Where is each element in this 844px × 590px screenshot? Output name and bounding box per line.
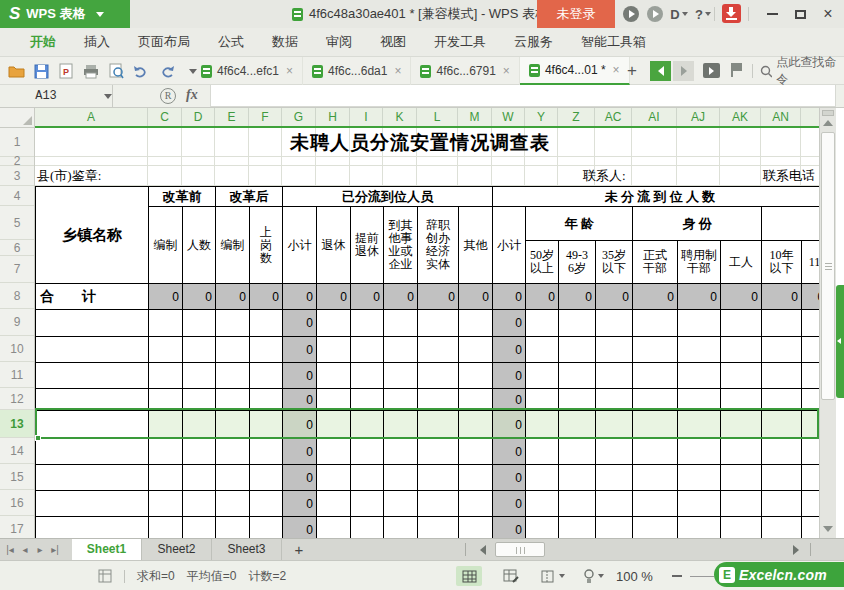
column-header-A[interactable]: A bbox=[35, 108, 148, 126]
normal-view-button[interactable] bbox=[456, 566, 482, 586]
header-years-under-10[interactable]: 10年以下 bbox=[762, 241, 802, 284]
cell[interactable] bbox=[418, 363, 459, 389]
total-cell[interactable]: 0 bbox=[762, 284, 802, 310]
zoom-slider[interactable] bbox=[690, 576, 714, 577]
first-sheet-icon[interactable]: |◂ bbox=[4, 544, 16, 556]
cell[interactable] bbox=[183, 389, 216, 411]
header-to-other-org[interactable]: 到其他事业或企业 bbox=[384, 207, 418, 284]
cell[interactable] bbox=[526, 337, 559, 363]
cell-town-name[interactable] bbox=[36, 465, 149, 491]
cell[interactable] bbox=[317, 363, 351, 389]
total-cell[interactable]: 0 bbox=[283, 284, 317, 310]
cell[interactable] bbox=[384, 389, 418, 411]
menu-item-6[interactable]: 视图 bbox=[366, 28, 420, 56]
cell-subtotal-not-diverted[interactable]: 0 bbox=[493, 517, 526, 539]
cell[interactable] bbox=[384, 439, 418, 465]
cell[interactable] bbox=[721, 411, 762, 439]
cell[interactable] bbox=[351, 411, 384, 439]
cell[interactable] bbox=[559, 310, 596, 337]
cell[interactable] bbox=[384, 517, 418, 539]
total-cell[interactable]: 0 bbox=[351, 284, 384, 310]
cell[interactable] bbox=[317, 439, 351, 465]
cell[interactable] bbox=[802, 411, 819, 439]
menu-item-4[interactable]: 数据 bbox=[258, 28, 312, 56]
cell[interactable] bbox=[526, 465, 559, 491]
split-handle[interactable] bbox=[822, 110, 834, 116]
chevron-down-icon[interactable] bbox=[104, 94, 112, 99]
cell[interactable] bbox=[351, 465, 384, 491]
tab-scroll-right-button[interactable] bbox=[673, 61, 694, 81]
row-header-17[interactable]: 17 bbox=[0, 516, 34, 538]
document-tab-1[interactable]: 4f6c...6da1× bbox=[303, 57, 411, 85]
scroll-down-icon[interactable] bbox=[823, 526, 833, 532]
column-header-F[interactable]: F bbox=[249, 108, 282, 126]
cell[interactable] bbox=[596, 310, 633, 337]
header-other[interactable]: 其他 bbox=[459, 207, 493, 284]
cell[interactable] bbox=[418, 491, 459, 517]
cell-subtotal-diverted[interactable]: 0 bbox=[283, 363, 317, 389]
header-formal-cadre[interactable]: 正式干部 bbox=[633, 241, 678, 284]
cell[interactable] bbox=[250, 310, 283, 337]
cell[interactable] bbox=[633, 363, 678, 389]
header-age-group[interactable]: 年 龄 bbox=[526, 207, 633, 241]
login-button[interactable]: 未登录 bbox=[537, 0, 615, 28]
assistant-icon[interactable]: D bbox=[670, 5, 688, 23]
cell[interactable] bbox=[526, 517, 559, 539]
horizontal-scrollbar[interactable] bbox=[455, 539, 844, 560]
cell[interactable] bbox=[762, 411, 802, 439]
cell-town-name[interactable] bbox=[36, 337, 149, 363]
header-resign-business[interactable]: 辞职创办经济实体 bbox=[418, 207, 459, 284]
cell[interactable] bbox=[216, 310, 250, 337]
cell-subtotal-not-diverted[interactable]: 0 bbox=[493, 491, 526, 517]
cell[interactable] bbox=[384, 310, 418, 337]
cell[interactable] bbox=[678, 363, 721, 389]
cell[interactable] bbox=[762, 517, 802, 539]
column-header-M[interactable]: M bbox=[458, 108, 492, 126]
cell[interactable] bbox=[216, 337, 250, 363]
cell[interactable] bbox=[149, 389, 183, 411]
header-age-49-36[interactable]: 49-36岁 bbox=[559, 241, 596, 284]
cell[interactable] bbox=[802, 337, 819, 363]
tab-close-icon[interactable]: × bbox=[394, 64, 401, 78]
cell[interactable] bbox=[596, 411, 633, 439]
cell[interactable] bbox=[183, 439, 216, 465]
cell[interactable] bbox=[149, 465, 183, 491]
export-pdf-icon[interactable]: P bbox=[56, 61, 76, 81]
cell[interactable] bbox=[317, 491, 351, 517]
cell-subtotal-not-diverted[interactable]: 0 bbox=[493, 439, 526, 465]
cell[interactable] bbox=[526, 439, 559, 465]
header-age-35-below[interactable]: 35岁以下 bbox=[596, 241, 633, 284]
total-cell[interactable]: 0 bbox=[149, 284, 183, 310]
cell[interactable] bbox=[559, 439, 596, 465]
header-subtotal-diverted[interactable]: 小计 bbox=[283, 207, 317, 284]
print-preview-icon[interactable] bbox=[106, 61, 126, 81]
flag-icon[interactable] bbox=[730, 63, 744, 77]
cell[interactable] bbox=[559, 389, 596, 411]
cell[interactable] bbox=[317, 465, 351, 491]
cell-subtotal-diverted[interactable]: 0 bbox=[283, 439, 317, 465]
cell[interactable] bbox=[633, 439, 678, 465]
total-cell[interactable]: 0 bbox=[384, 284, 418, 310]
header-years-11[interactable]: 11 bbox=[802, 241, 819, 284]
scroll-up-icon[interactable] bbox=[823, 120, 833, 126]
row-header-1[interactable]: 1 bbox=[0, 128, 34, 157]
cell[interactable] bbox=[250, 517, 283, 539]
document-tab-0[interactable]: 4f6c4...efc1× bbox=[192, 57, 303, 85]
cell[interactable] bbox=[678, 411, 721, 439]
sheet-tab-sheet2[interactable]: Sheet2 bbox=[142, 539, 212, 560]
cell[interactable] bbox=[183, 517, 216, 539]
cell[interactable] bbox=[802, 517, 819, 539]
menu-item-8[interactable]: 云服务 bbox=[500, 28, 567, 56]
tab-close-icon[interactable]: × bbox=[503, 64, 510, 78]
prev-sheet-icon[interactable]: ◂ bbox=[19, 544, 31, 556]
cell-subtotal-not-diverted[interactable]: 0 bbox=[493, 337, 526, 363]
cell[interactable] bbox=[721, 439, 762, 465]
cell[interactable] bbox=[762, 363, 802, 389]
cell[interactable] bbox=[802, 363, 819, 389]
cell[interactable] bbox=[596, 465, 633, 491]
cell[interactable] bbox=[351, 389, 384, 411]
cell[interactable] bbox=[384, 337, 418, 363]
cell[interactable] bbox=[418, 389, 459, 411]
cell-subtotal-not-diverted[interactable]: 0 bbox=[493, 310, 526, 337]
total-cell[interactable]: 0 bbox=[493, 284, 526, 310]
